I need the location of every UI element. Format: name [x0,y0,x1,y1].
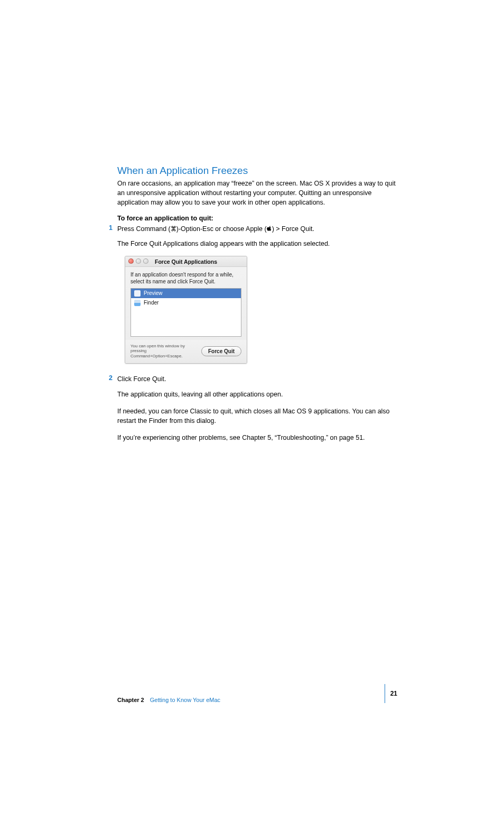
force-quit-dialog-window: Force Quit Applications If an applicatio… [125,256,247,364]
page-number-rule [385,684,385,703]
step-1-text: Press Command ()-Option-Esc or choose Ap… [117,224,397,234]
step-number-1: 1 [109,224,113,232]
intro-paragraph: On rare occasions, an application may “f… [117,179,397,207]
finder-app-icon [134,300,141,306]
step-2-paragraph-3: If you’re experiencing other problems, s… [117,433,397,442]
step-1-caption: The Force Quit Applications dialog appea… [117,239,397,248]
chapter-label: Chapter 2 [117,697,144,703]
step-1-suffix: ) > Force Quit. [272,225,314,233]
window-traffic-lights [128,258,148,264]
preview-app-icon [134,290,141,297]
step-1-mid: )-Option-Esc or choose Apple ( [176,225,267,233]
app-name-finder: Finder [144,300,158,306]
force-quit-dialog-figure: Force Quit Applications If an applicatio… [125,256,247,364]
step-number-2: 2 [109,374,113,382]
step-2-paragraph-1: The application quits, leaving all other… [117,390,397,399]
dialog-hint-text: You can open this window by pressing Com… [130,344,194,359]
dialog-body-text: If an application doesn't respond for a … [130,271,241,285]
step-1-prefix: Press Command ( [117,225,171,233]
command-key-icon [171,225,176,234]
dialog-title-text: Force Quit Applications [155,258,217,265]
step-2-text: Click Force Quit. [117,374,397,384]
chapter-title: Getting to Know Your eMac [150,697,220,703]
dialog-titlebar: Force Quit Applications [125,256,247,267]
apple-logo-icon [267,225,272,234]
app-name-preview: Preview [144,290,163,296]
list-item[interactable]: Preview [131,289,241,298]
step-2-paragraph-2: If needed, you can force Classic to quit… [117,407,397,426]
procedure-subhead: To force an application to quit: [117,215,397,222]
zoom-icon [143,258,148,264]
list-item[interactable]: Finder [131,298,241,308]
application-list[interactable]: Preview Finder [130,288,241,337]
force-quit-button[interactable]: Force Quit [201,346,241,356]
section-heading: When an Application Freezes [117,165,397,177]
page-footer: Chapter 2 Getting to Know Your eMac 21 [117,684,397,703]
minimize-icon [136,258,141,264]
close-icon[interactable] [128,258,134,264]
page-number: 21 [390,690,397,697]
